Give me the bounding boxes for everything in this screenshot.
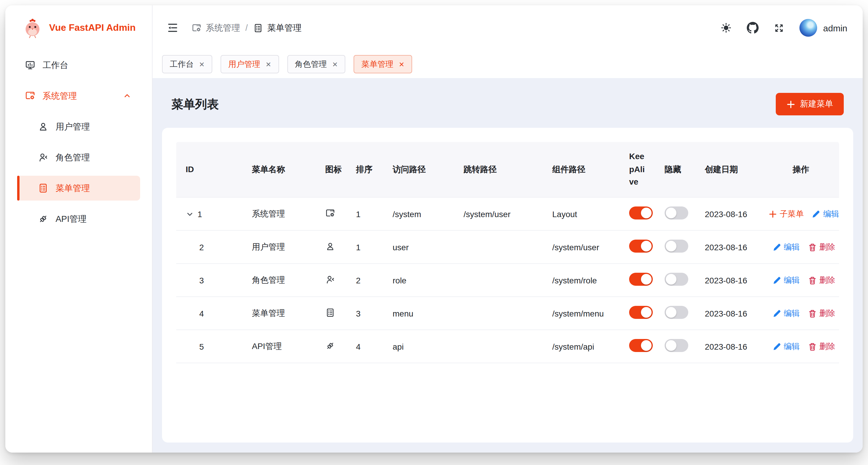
plug-icon <box>325 341 335 351</box>
app-logo[interactable]: Vue FastAPI Admin <box>5 5 152 45</box>
tab-roles[interactable]: 角色管理 ✕ <box>287 55 346 74</box>
header-actions: admin <box>720 19 847 37</box>
cell-order: 1 <box>346 242 383 252</box>
sidebar-item-label: 用户管理 <box>56 121 90 132</box>
role-icon <box>38 152 49 163</box>
fullscreen-icon[interactable] <box>773 22 785 33</box>
keepalive-toggle[interactable] <box>629 206 653 220</box>
edit-button[interactable]: 编辑 <box>773 341 800 352</box>
collapse-sidebar-icon[interactable] <box>167 22 179 34</box>
col-keepalive: KeepAlive <box>620 142 655 197</box>
hidden-toggle[interactable] <box>664 339 688 352</box>
system-gear-icon <box>325 208 335 218</box>
sidebar-item-apis[interactable]: API管理 <box>17 206 140 231</box>
cell-id: 1 <box>197 209 202 219</box>
add-submenu-button[interactable]: 子菜单 <box>769 208 804 219</box>
close-icon[interactable]: ✕ <box>266 60 271 68</box>
tab-menus[interactable]: 菜单管理 ✕ <box>354 55 412 74</box>
content-area: 菜单列表 新建菜单 ID 菜单名称 图标 排序 访问 <box>153 78 863 453</box>
page-title: 菜单列表 <box>172 96 219 112</box>
sidebar-item-label: 角色管理 <box>56 152 90 163</box>
table-row: 4 菜单管理 3 menu /system/menu 2023-08-16 <box>176 297 839 330</box>
cell-order: 2 <box>346 275 383 285</box>
sidebar-item-roles[interactable]: 角色管理 <box>17 145 140 170</box>
table-row: 2 用户管理 1 user /system/user 2023-08-16 <box>176 231 839 264</box>
menu-list-icon <box>38 183 49 194</box>
col-path: 访问路径 <box>383 155 454 184</box>
hidden-toggle[interactable] <box>664 206 688 220</box>
close-icon[interactable]: ✕ <box>399 60 404 68</box>
delete-button[interactable]: 删除 <box>808 242 835 252</box>
avatar[interactable] <box>799 19 817 37</box>
main-area: 系统管理 / 菜单管理 admin <box>153 5 863 453</box>
collapse-row-icon[interactable] <box>186 210 194 218</box>
cell-redirect: /system/user <box>454 209 543 219</box>
sidebar-item-users[interactable]: 用户管理 <box>17 114 140 139</box>
keepalive-toggle[interactable] <box>629 273 653 286</box>
tab-workbench[interactable]: 工作台 ✕ <box>162 55 212 74</box>
table-row: 5 API管理 4 api /system/api 2023-08-16 <box>176 330 839 363</box>
cell-id: 4 <box>199 309 204 318</box>
trash-icon <box>808 342 816 351</box>
tab-bar: 工作台 ✕ 用户管理 ✕ 角色管理 ✕ 菜单管理 ✕ <box>153 50 863 78</box>
sidebar-item-menus[interactable]: 菜单管理 <box>17 176 140 201</box>
col-component: 组件路径 <box>543 155 620 184</box>
col-icon: 图标 <box>316 155 346 184</box>
hidden-toggle[interactable] <box>664 273 688 286</box>
tab-users[interactable]: 用户管理 ✕ <box>221 55 279 74</box>
trash-icon <box>808 309 816 317</box>
user-icon <box>325 241 335 251</box>
edit-button[interactable]: 编辑 <box>812 208 839 219</box>
edit-button[interactable]: 编辑 <box>773 275 800 286</box>
cell-name: API管理 <box>242 341 316 352</box>
sidebar-item-system[interactable]: 系统管理 <box>17 83 140 108</box>
cell-path: user <box>383 242 454 252</box>
user-menu[interactable]: admin <box>799 19 847 37</box>
trash-icon <box>808 276 816 284</box>
keepalive-toggle[interactable] <box>629 339 653 352</box>
cell-path: /system <box>383 209 454 219</box>
theme-sun-icon[interactable] <box>720 22 732 34</box>
hidden-toggle[interactable] <box>664 306 688 319</box>
delete-button[interactable]: 删除 <box>808 275 835 286</box>
github-icon[interactable] <box>747 22 758 34</box>
breadcrumb-separator: / <box>245 23 248 32</box>
pencil-icon <box>773 309 781 317</box>
cell-component: /system/api <box>543 342 620 351</box>
col-name: 菜单名称 <box>242 155 316 184</box>
user-icon <box>38 121 49 132</box>
keepalive-toggle[interactable] <box>629 240 653 253</box>
col-id: ID <box>176 155 242 184</box>
cell-id: 5 <box>199 342 204 351</box>
sidebar-item-label: 工作台 <box>42 59 68 71</box>
breadcrumb-item-menus[interactable]: 菜单管理 <box>253 22 302 33</box>
cell-component: /system/role <box>543 275 620 285</box>
col-actions: 操作 <box>769 155 839 184</box>
breadcrumb-item-system[interactable]: 系统管理 <box>192 22 240 33</box>
pencil-icon <box>773 342 781 351</box>
edit-button[interactable]: 编辑 <box>773 242 800 252</box>
cell-date: 2023-08-16 <box>695 242 769 252</box>
table-row: 1 系统管理 1 /system /system/user Layout 202… <box>176 198 839 231</box>
username: admin <box>823 23 847 33</box>
delete-button[interactable]: 删除 <box>808 308 835 319</box>
sidebar: Vue FastAPI Admin 工作台 系统管理 用户管理 <box>5 5 153 453</box>
close-icon[interactable]: ✕ <box>199 60 205 68</box>
monitor-icon <box>25 60 35 70</box>
edit-button[interactable]: 编辑 <box>773 308 800 319</box>
col-redirect: 跳转路径 <box>454 155 543 184</box>
keepalive-toggle[interactable] <box>629 306 653 319</box>
delete-button[interactable]: 删除 <box>808 341 835 352</box>
new-menu-button[interactable]: 新建菜单 <box>776 93 844 115</box>
hidden-toggle[interactable] <box>664 240 688 253</box>
cell-id: 2 <box>199 242 204 252</box>
close-icon[interactable]: ✕ <box>332 60 338 68</box>
cell-name: 菜单管理 <box>242 308 316 319</box>
sidebar-item-label: 菜单管理 <box>56 182 90 194</box>
plus-icon <box>786 100 795 109</box>
menu-table-card: ID 菜单名称 图标 排序 访问路径 跳转路径 组件路径 KeepAlive 隐… <box>162 128 853 442</box>
system-gear-icon <box>25 90 35 101</box>
pencil-icon <box>773 243 781 251</box>
cell-order: 4 <box>346 342 383 351</box>
sidebar-item-workbench[interactable]: 工作台 <box>17 53 140 78</box>
